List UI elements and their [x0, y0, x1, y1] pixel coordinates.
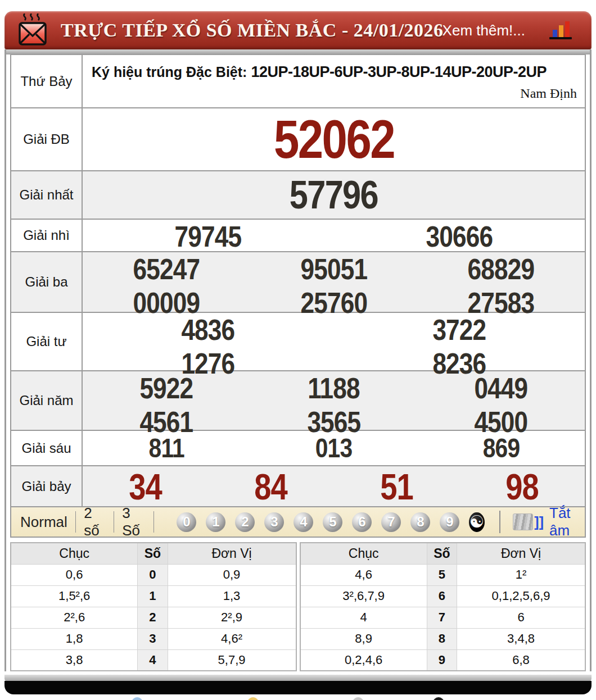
so-cell: 3: [138, 628, 168, 649]
mode-2-digits[interactable]: 2 số: [84, 504, 105, 539]
chuc-cell: 1,5²,6: [11, 585, 138, 607]
stats-table-right: Chục Số Đơn Vị 4,6 5 1² 3²,6,7,9 6 0,1,2…: [300, 542, 586, 671]
prize-row-sau: Giải sáu 811 013 869: [11, 431, 585, 466]
partial-icon-blue: [132, 697, 143, 700]
prize-number: 0449: [475, 371, 528, 405]
donvi-cell: 0,9: [168, 564, 296, 585]
prize-row-db: Giải ĐB 52062: [11, 108, 585, 171]
digit-ball-7[interactable]: 7: [381, 512, 401, 532]
stats-row: 0,2,4,6 9 6,8: [300, 649, 586, 671]
stats-row: 3,8 4 5,7,9: [11, 649, 296, 671]
cut-off-icons: [0, 694, 596, 700]
prize-row-nam: Giải năm 5922 1188 0449 4561 3565 4500: [11, 371, 585, 431]
hot-mail-icon: [17, 13, 48, 51]
chuc-cell: 4: [300, 607, 427, 628]
so-cell: 7: [427, 607, 457, 628]
prize-label: Giải ba: [11, 252, 83, 312]
chuc-cell: 3²,6,7,9: [300, 585, 427, 607]
digit-ball-8[interactable]: 8: [410, 512, 430, 532]
so-cell: 1: [138, 585, 168, 607]
mute-button[interactable]: Tắt âm: [549, 504, 585, 539]
province-name: Nam Định: [520, 83, 577, 105]
prize-number: 95051: [300, 252, 367, 286]
chuc-cell: 4,6: [300, 564, 427, 585]
prize-label: Giải nhì: [11, 220, 83, 251]
special-symbol-cell: Ký hiệu trúng Đặc Biệt: 12UP-18UP-6UP-3U…: [83, 55, 585, 107]
col-header-chuc: Chục: [11, 543, 138, 564]
chuc-cell: 0,6: [11, 564, 138, 585]
stats-row: 2²,6 2 2²,9: [11, 607, 296, 628]
col-header-chuc: Chục: [300, 543, 427, 564]
digit-ball-3[interactable]: 3: [264, 512, 284, 532]
prize-number: 52062: [273, 108, 394, 170]
digit-ball-1[interactable]: 1: [206, 512, 225, 532]
so-cell: 5: [427, 564, 457, 585]
divider: [114, 511, 115, 533]
digit-ball-6[interactable]: 6: [352, 512, 372, 532]
prize-row-bay: Giải bảy 34 84 51 98: [11, 466, 585, 506]
stats-header-row: Chục Số Đơn Vị: [11, 543, 296, 564]
prize-number: 30666: [426, 220, 493, 253]
digit-ball-0[interactable]: 0: [177, 512, 196, 532]
page-title: TRỰC TIẾP XỔ SỐ MIỀN BẮC - 24/01/2026: [61, 20, 444, 41]
mode-normal[interactable]: Normal: [20, 513, 67, 531]
bar-chart-icon[interactable]: [549, 20, 572, 43]
digit-ball-9[interactable]: 9: [440, 512, 459, 532]
divider: [499, 511, 500, 533]
stats-row: 8,9 8 3,4,8: [300, 628, 586, 649]
prize-number: 869: [482, 433, 520, 463]
prize-number: 25760: [300, 286, 367, 320]
donvi-cell: 4,6²: [168, 628, 296, 649]
prize-row-ba: Giải ba 65247 95051 68829 00009 25760 27…: [11, 252, 585, 313]
prize-number: 1188: [308, 371, 359, 405]
speaker-icon[interactable]: [513, 513, 533, 530]
partial-icon-gray: [353, 697, 364, 700]
chuc-cell: 1,8: [11, 628, 138, 649]
prize-number: 84: [254, 466, 287, 508]
see-more-link[interactable]: Xem thêm!...: [443, 22, 525, 39]
stats-row: 0,6 0 0,9: [11, 564, 296, 585]
prize-label: Giải sáu: [11, 431, 83, 465]
digit-ball-4[interactable]: 4: [294, 512, 313, 532]
stats-table-left: Chục Số Đơn Vị 0,6 0 0,9 1,5²,6 1 1,3 2²…: [10, 542, 297, 671]
symbol-label: Ký hiệu trúng Đặc Biệt:: [92, 64, 247, 80]
chuc-cell: 0,2,4,6: [300, 649, 427, 671]
prize-label: Giải tư: [11, 313, 83, 370]
stats-row: 4,6 5 1²: [300, 564, 586, 585]
divider: [75, 511, 76, 533]
donvi-cell: 2²,9: [168, 607, 296, 628]
prize-number: 51: [380, 466, 413, 508]
mode-3-digits[interactable]: 3 Số: [122, 504, 146, 539]
stats-header-row: Chục Số Đơn Vị: [300, 543, 586, 564]
prize-label: Giải nhất: [11, 171, 83, 219]
so-cell: 4: [138, 649, 168, 671]
prize-label: Giải bảy: [11, 466, 83, 506]
prize-number: 98: [505, 466, 539, 508]
day-label: Thứ Bảy: [11, 55, 83, 107]
prize-row-nhi: Giải nhì 79745 30666: [11, 220, 585, 252]
prize-number: 013: [315, 433, 353, 463]
header-bar: TRỰC TIẾP XỔ SỐ MIỀN BẮC - 24/01/2026 Xe…: [4, 11, 592, 49]
prize-number: 5922: [139, 371, 193, 405]
stats-row: 1,5²,6 1 1,3: [11, 585, 296, 607]
prize-number: 34: [129, 466, 162, 508]
stats-row: 4 7 6: [300, 607, 586, 628]
so-cell: 2: [138, 607, 168, 628]
yin-yang-icon[interactable]: ☯: [469, 512, 484, 532]
prize-number: 811: [148, 433, 184, 463]
chuc-cell: 3,8: [11, 649, 138, 671]
col-header-so: Số: [427, 543, 457, 564]
chuc-cell: 2²,6: [11, 607, 138, 628]
so-cell: 0: [138, 564, 168, 585]
digit-ball-2[interactable]: 2: [235, 512, 255, 532]
stats-row: 1,8 3 4,6²: [11, 628, 296, 649]
prize-number: 79745: [175, 220, 242, 253]
digit-ball-5[interactable]: 5: [323, 512, 342, 532]
prize-number: 65247: [133, 252, 200, 286]
results-table: Thứ Bảy Ký hiệu trúng Đặc Biệt: 12UP-18U…: [10, 54, 586, 507]
prize-number: 3722: [432, 313, 486, 347]
prize-number: 4836: [182, 313, 235, 347]
prize-row-nhat: Giải nhất 57796: [11, 171, 585, 220]
donvi-cell: 6,8: [457, 649, 585, 671]
donvi-cell: 0,1,2,5,6,9: [457, 585, 585, 607]
